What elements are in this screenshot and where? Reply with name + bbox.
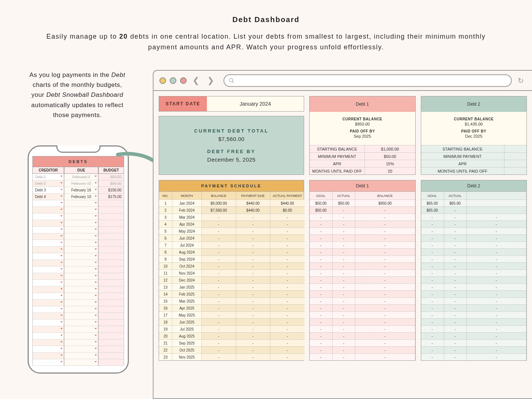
cell-due[interactable] [64, 306, 98, 313]
cell-budget[interactable] [98, 346, 124, 353]
dropdown-caret-icon[interactable] [60, 295, 63, 296]
cell-actual[interactable]: - [444, 255, 467, 262]
cell-due[interactable] [64, 220, 98, 227]
cell-value[interactable]: 15% [365, 160, 415, 167]
table-row[interactable] [32, 306, 124, 313]
cell-due[interactable] [64, 319, 98, 326]
cell-creditor[interactable] [32, 286, 64, 293]
dropdown-caret-icon[interactable] [95, 282, 97, 283]
cell-due[interactable] [64, 253, 98, 260]
cell-creditor[interactable] [32, 353, 64, 359]
cell-due[interactable] [64, 273, 98, 280]
table-row[interactable] [32, 326, 124, 333]
cell-actual[interactable]: - [444, 248, 467, 255]
dropdown-caret-icon[interactable] [95, 229, 97, 230]
table-row[interactable] [32, 240, 124, 247]
dropdown-caret-icon[interactable] [60, 288, 63, 290]
dropdown-caret-icon[interactable] [60, 354, 63, 356]
cell-actual[interactable]: - [444, 325, 467, 332]
dropdown-caret-icon[interactable] [60, 268, 63, 270]
cell-actual[interactable]: - [332, 353, 355, 360]
cell-creditor[interactable] [32, 220, 64, 227]
dropdown-caret-icon[interactable] [60, 195, 63, 197]
cell-due[interactable] [64, 240, 98, 247]
cell-budget[interactable] [98, 280, 124, 286]
table-row[interactable] [32, 200, 124, 207]
cell-due[interactable] [64, 353, 98, 359]
dropdown-caret-icon[interactable] [95, 255, 97, 257]
cell-actual[interactable]: - [444, 353, 467, 360]
cell-actual[interactable]: - [270, 255, 304, 262]
table-row[interactable]: Debt 1February 3$50.00 [32, 174, 124, 180]
cell-actual[interactable]: - [270, 276, 304, 283]
cell-actual[interactable]: - [270, 220, 304, 227]
cell-value[interactable] [504, 167, 526, 174]
dropdown-caret-icon[interactable] [95, 275, 97, 276]
dropdown-caret-icon[interactable] [95, 341, 97, 343]
cell-actual[interactable]: - [444, 269, 467, 276]
cell-actual[interactable]: - [444, 227, 467, 234]
cell-actual[interactable]: - [332, 276, 355, 283]
window-dot-green-icon[interactable] [170, 77, 176, 84]
cell-creditor[interactable] [32, 306, 64, 313]
cell-budget[interactable] [98, 247, 124, 253]
dropdown-caret-icon[interactable] [60, 242, 63, 243]
cell-value[interactable] [504, 160, 526, 167]
cell-budget[interactable] [98, 260, 124, 266]
cell-actual[interactable]: - [444, 262, 467, 269]
dropdown-caret-icon[interactable] [95, 222, 97, 223]
cell-due[interactable] [64, 286, 98, 293]
dropdown-caret-icon[interactable] [95, 215, 97, 217]
cell-budget[interactable] [98, 306, 124, 313]
dropdown-caret-icon[interactable] [95, 328, 97, 329]
dropdown-caret-icon[interactable] [60, 335, 63, 336]
cell-actual[interactable]: - [270, 346, 304, 353]
cell-actual[interactable]: - [332, 248, 355, 255]
cell-actual[interactable]: - [444, 311, 467, 318]
dropdown-caret-icon[interactable] [95, 262, 97, 263]
cell-budget[interactable] [98, 300, 124, 306]
cell-actual[interactable]: $50.00 [332, 200, 355, 206]
dropdown-caret-icon[interactable] [95, 242, 97, 243]
cell-creditor[interactable] [32, 247, 64, 253]
dropdown-caret-icon[interactable] [95, 182, 97, 184]
table-row[interactable] [32, 260, 124, 266]
cell-actual[interactable]: - [332, 227, 355, 234]
cell-budget[interactable] [98, 240, 124, 247]
cell-creditor[interactable] [32, 253, 64, 260]
cell-actual[interactable]: - [270, 353, 304, 360]
cell-actual[interactable]: - [332, 332, 355, 339]
cell-value[interactable]: $50.00 [365, 152, 415, 160]
cell-due[interactable] [64, 213, 98, 220]
cell-due[interactable] [64, 339, 98, 346]
cell-actual[interactable]: - [444, 220, 467, 227]
cell-value[interactable] [504, 152, 526, 160]
cell-budget[interactable] [98, 253, 124, 260]
cell-creditor[interactable] [32, 213, 64, 220]
window-dot-red-icon[interactable] [180, 77, 187, 84]
cell-creditor[interactable] [32, 260, 64, 266]
cell-creditor[interactable]: Debt 3 [32, 187, 64, 194]
dropdown-caret-icon[interactable] [60, 182, 63, 184]
dropdown-caret-icon[interactable] [60, 308, 63, 310]
cell-creditor[interactable] [32, 326, 64, 333]
cell-due[interactable] [64, 207, 98, 213]
cell-budget[interactable] [98, 220, 124, 227]
cell-creditor[interactable] [32, 346, 64, 353]
cell-actual[interactable]: - [332, 269, 355, 276]
cell-actual[interactable]: - [444, 339, 467, 346]
table-row[interactable] [32, 247, 124, 253]
dropdown-caret-icon[interactable] [60, 248, 63, 250]
table-row[interactable] [32, 286, 124, 293]
cell-creditor[interactable] [32, 319, 64, 326]
cell-budget[interactable] [98, 333, 124, 339]
cell-actual[interactable]: - [444, 332, 467, 339]
table-row[interactable] [32, 207, 124, 213]
table-row[interactable] [32, 346, 124, 353]
cell-actual[interactable]: $65.00 [444, 200, 467, 206]
table-row[interactable] [32, 220, 124, 227]
cell-actual[interactable]: - [444, 276, 467, 283]
dropdown-caret-icon[interactable] [60, 348, 63, 349]
cell-budget[interactable] [98, 293, 124, 300]
cell-actual[interactable]: - [444, 234, 467, 241]
